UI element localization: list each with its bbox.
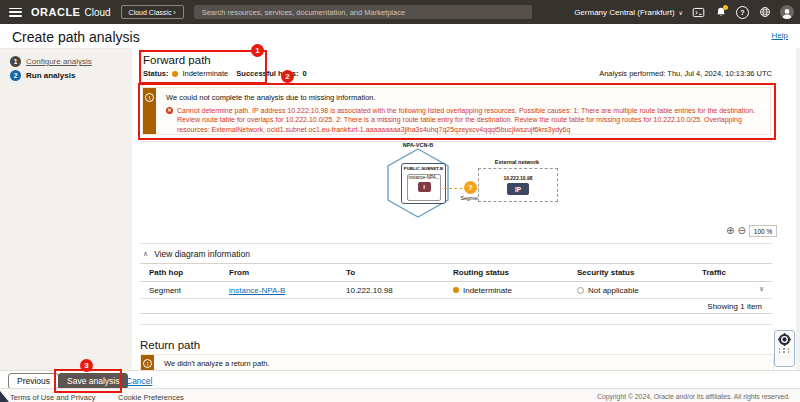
indeterminate-status-dot: [172, 71, 178, 77]
floating-recorder-widget[interactable]: [774, 330, 795, 367]
cloud-shell-icon[interactable]: [692, 6, 705, 19]
header-security-status: Security status: [568, 268, 693, 277]
external-ip-label: 10.222.10.98: [479, 175, 557, 181]
security-status-dot: [577, 287, 584, 294]
cloud-wordmark: Cloud: [84, 7, 110, 18]
terms-link[interactable]: Terms of Use and Privacy: [10, 393, 95, 402]
table-footer: Showing 1 item: [140, 299, 772, 314]
showing-count: Showing 1 item: [707, 302, 762, 311]
language-globe-icon[interactable]: [758, 6, 771, 19]
step-configure-analysis[interactable]: 1 Configure analysis: [10, 56, 92, 67]
table-row: Segment instance-NPA-B 10.222.10.98 Inde…: [140, 282, 772, 299]
info-stripe: !: [141, 355, 154, 371]
oci-console-screen: ORACLE Cloud Cloud Classic › Germany Cen…: [0, 0, 800, 402]
warning-message: We could not complete the analysis due t…: [166, 93, 762, 102]
copyright-text: Copyright © 2024, Oracle and/or its affi…: [597, 393, 790, 400]
view-diagram-information-toggle[interactable]: ∧ View diagram information: [143, 249, 250, 259]
callout-3: 3: [80, 359, 93, 372]
zoom-in-icon[interactable]: ⊕: [726, 226, 734, 236]
cancel-link[interactable]: Cancel: [126, 376, 152, 386]
callout-2: 2: [281, 70, 294, 83]
header-path-hop: Path hop: [140, 268, 220, 277]
instance-label: instance-NPA...: [408, 175, 440, 180]
error-message: Cannot determine path. IP address 10.222…: [177, 106, 762, 134]
callout-1: 1: [251, 44, 264, 57]
cell-routing-status: Indeterminate: [444, 286, 568, 295]
forward-path-title: Forward path: [143, 54, 211, 66]
header-routing-status: Routing status: [444, 268, 568, 277]
topbar-actions: Germany Central (Frankfurt) ∨ ?: [574, 5, 800, 19]
header-traffic: Traffic: [693, 268, 772, 277]
from-link[interactable]: instance-NPA-B: [229, 286, 285, 295]
hamburger-menu-icon[interactable]: [9, 8, 22, 17]
forward-warning-banner: ! We could not complete the analysis due…: [142, 87, 771, 135]
top-navigation-bar: ORACLE Cloud Cloud Classic › Germany Cen…: [0, 0, 800, 24]
divider: [140, 324, 772, 325]
path-hops-table: Path hop From To Routing status Security…: [140, 263, 772, 314]
search-input[interactable]: [194, 5, 532, 19]
step-2-label: Run analysis: [26, 71, 75, 80]
oracle-wordmark: ORACLE: [31, 6, 80, 18]
toggle-label: View diagram information: [154, 249, 250, 259]
zoom-out-icon[interactable]: ⊖: [737, 226, 745, 236]
step-1-label[interactable]: Configure analysis: [26, 57, 92, 66]
error-line: ✕ Cannot determine path. IP address 10.2…: [166, 106, 762, 134]
status-value: Indeterminate: [182, 69, 228, 78]
routing-status-dot: [453, 287, 459, 293]
subnet-label: PUBLIC-SUBNET-B: [402, 166, 445, 171]
divider: [140, 243, 772, 244]
page-title-bar: Create path analysis: [0, 24, 800, 49]
chevron-up-icon: ∧: [143, 250, 148, 258]
info-icon: !: [143, 359, 152, 368]
subnet-box[interactable]: PUBLIC-SUBNET-B instance-NPA... I: [401, 163, 446, 204]
user-avatar[interactable]: [780, 5, 794, 19]
step-1-number: 1: [10, 56, 21, 67]
help-circle-icon[interactable]: ?: [736, 6, 749, 19]
row-expand-chevron-icon[interactable]: ∨: [759, 285, 764, 293]
segment-hop-icon[interactable]: ?: [464, 181, 477, 194]
cookie-preferences-link[interactable]: Cookie Preferences: [118, 393, 184, 402]
instance-node[interactable]: instance-NPA... I: [407, 174, 441, 201]
drag-handle-dots[interactable]: [779, 348, 791, 353]
error-icon: ✕: [166, 107, 173, 114]
cell-to: 10.222.10.98: [337, 286, 444, 295]
notification-dot: [723, 5, 728, 10]
oracle-cloud-logo[interactable]: ORACLE Cloud: [31, 6, 111, 18]
return-path-message: We didn't analyze a return path.: [164, 359, 765, 368]
status-label: Status:: [143, 69, 168, 78]
divider: [140, 141, 772, 142]
cloud-classic-button[interactable]: Cloud Classic ›: [121, 5, 184, 19]
header-from: From: [220, 268, 337, 277]
previous-button[interactable]: Previous: [8, 373, 59, 389]
warning-icon: !: [145, 93, 154, 102]
instance-icon: I: [418, 182, 431, 192]
return-path-title: Return path: [140, 339, 200, 351]
step-run-analysis[interactable]: 2 Run analysis: [10, 70, 75, 81]
ip-icon: IP: [507, 183, 529, 195]
cell-security-status: Not applicable: [568, 286, 693, 295]
page-footer: Terms of Use and Privacy Cookie Preferen…: [0, 388, 800, 402]
hops-value: 0: [302, 69, 306, 78]
analysis-performed-timestamp: Analysis performed: Thu, Jul 4, 2024, 10…: [599, 69, 772, 78]
help-link[interactable]: Help: [772, 31, 788, 40]
diagram-zoom-controls: ⊕ ⊖ 100 %: [726, 225, 777, 237]
warning-stripe: !: [143, 88, 156, 134]
step-2-number: 2: [10, 70, 21, 81]
table-header-row: Path hop From To Routing status Security…: [140, 263, 772, 282]
header-to: To: [337, 268, 444, 277]
external-network-label: External network: [478, 159, 556, 165]
save-analysis-button[interactable]: Save analysis: [58, 373, 128, 389]
external-network-box[interactable]: 10.222.10.98 IP: [478, 168, 558, 202]
cell-path-hop: Segment: [140, 286, 220, 295]
chevron-down-icon: ∨: [679, 9, 683, 16]
zoom-level: 100 %: [749, 225, 777, 237]
page-title: Create path analysis: [12, 29, 140, 45]
target-icon: [778, 333, 791, 346]
region-selector[interactable]: Germany Central (Frankfurt) ∨: [574, 8, 683, 17]
notifications-bell-icon[interactable]: [714, 6, 727, 19]
region-label: Germany Central (Frankfurt): [574, 8, 674, 17]
